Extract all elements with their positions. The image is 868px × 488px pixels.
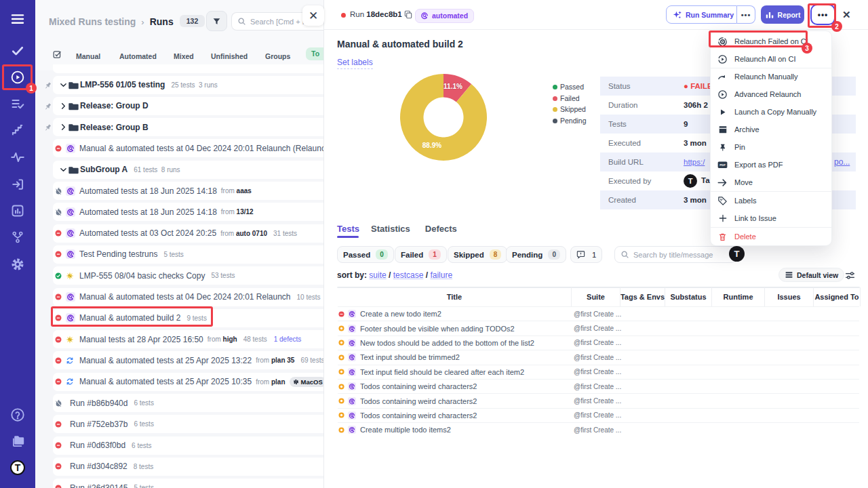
svg-text:88.9%: 88.9%: [422, 142, 441, 149]
svg-text:11.1%: 11.1%: [443, 83, 462, 90]
svg-text:PDF: PDF: [719, 163, 726, 167]
